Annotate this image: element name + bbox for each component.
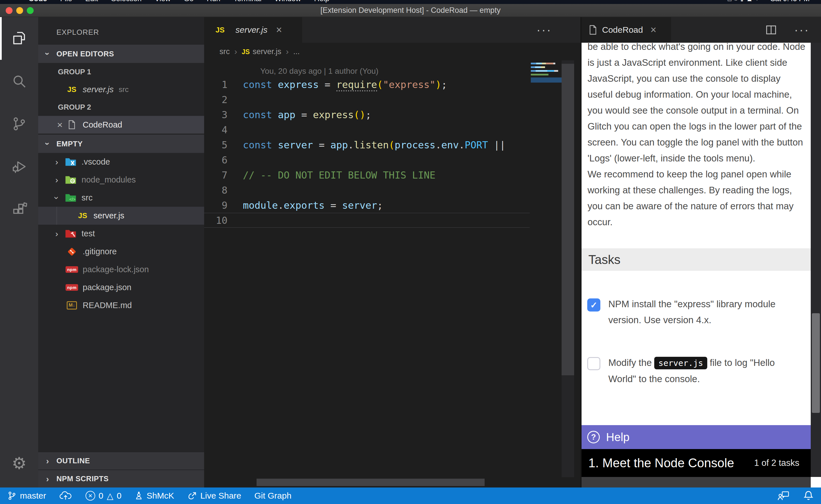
status-cloud-upload[interactable] <box>59 491 72 500</box>
sidebar-title: EXPLORER <box>56 28 204 37</box>
code-editor[interactable]: You, 20 days ago | 1 author (You) 1const… <box>204 60 580 477</box>
menu-window[interactable]: Window <box>275 0 301 4</box>
window-title: [Extension Development Host] - CodeRoad … <box>0 4 821 17</box>
open-editors-label: OPEN EDITORS <box>56 50 114 58</box>
task-checkbox-unchecked[interactable] <box>587 357 600 370</box>
menu-file[interactable]: File <box>60 0 72 4</box>
status-shmck[interactable]: ShMcK <box>134 491 174 501</box>
code-line-1[interactable]: 1const express = require("express"); <box>204 77 530 92</box>
task-checkbox-checked[interactable]: ✓ <box>587 298 600 312</box>
menu-run[interactable]: Run <box>207 0 221 4</box>
code-line-8[interactable]: 8 <box>204 183 530 198</box>
menu-edit[interactable]: Edit <box>85 0 98 4</box>
open-editor-server.js[interactable]: JSserver.jssrc <box>38 81 204 98</box>
tasks-header: Tasks <box>581 248 811 271</box>
close-tab-icon[interactable]: × <box>276 24 282 36</box>
tree-item-node_modules[interactable]: ›JSnode_modules <box>38 171 204 189</box>
tree-item-package-lock.json[interactable]: npmpackage-lock.json <box>38 261 204 278</box>
code-line-5[interactable]: 5const server = app.listen(process.env.P… <box>204 137 530 152</box>
status-master[interactable]: master <box>7 491 46 501</box>
open-editors-header[interactable]: › OPEN EDITORS <box>38 45 204 63</box>
chevron-right-icon: › <box>44 457 51 465</box>
tree-item-README.md[interactable]: M↓README.md <box>38 296 204 314</box>
code-line-3[interactable]: 3const app = express(); <box>204 107 530 122</box>
breadcrumb[interactable]: src›JSserver.js›... <box>204 43 580 60</box>
folder-section-header[interactable]: › EMPTY <box>38 135 204 153</box>
tree-item-package.json[interactable]: npmpackage.json <box>38 278 204 296</box>
tree-item-server.js[interactable]: JSserver.js <box>38 207 204 225</box>
section-outline[interactable]: ›OUTLINE <box>38 452 204 470</box>
code-line-6[interactable]: 6 <box>204 152 530 167</box>
scrollbar-corner <box>811 477 821 487</box>
source-control-icon[interactable] <box>0 103 38 145</box>
help-section-header[interactable]: ? Help <box>581 425 811 449</box>
status-bell[interactable] <box>803 490 814 501</box>
tab-server-js[interactable]: JS server.js × <box>204 17 302 43</box>
line-number: 5 <box>204 139 243 151</box>
editor-vertical-scrollbar[interactable] <box>561 60 574 477</box>
lesson-paragraph: be able to check what's going on in your… <box>587 43 807 166</box>
run-debug-icon[interactable] <box>0 145 38 188</box>
tree-item-.gitignore[interactable]: .gitignore <box>38 243 204 261</box>
code-line-2[interactable]: 2 <box>204 92 530 107</box>
status-feedback[interactable] <box>777 491 790 501</box>
svg-text:JS: JS <box>71 180 74 183</box>
menu-code[interactable]: Code <box>28 0 47 4</box>
markdown-file-icon: M↓ <box>66 301 78 310</box>
task-progress: 1 of 2 tasks <box>754 458 799 468</box>
code-line-7[interactable]: 7// -- DO NOT EDIT BELOW THIS LINE <box>204 167 530 183</box>
webview-scrollbar[interactable] <box>811 43 821 477</box>
js-file-icon: JS <box>66 85 78 94</box>
file-icon <box>589 25 597 35</box>
close-editor-icon[interactable]: × <box>54 119 66 130</box>
code-line-4[interactable]: 4 <box>204 122 530 137</box>
menu-help[interactable]: Help <box>314 0 329 4</box>
tab-coderoad[interactable]: CodeRoad × <box>581 17 671 43</box>
editor-group-label: GROUP 1 <box>38 63 204 81</box>
code-line-10[interactable]: 10 <box>204 213 530 228</box>
lesson-footer: 1. Meet the Node Console 1 of 2 tasks <box>581 449 811 477</box>
extensions-icon[interactable] <box>0 188 38 231</box>
status-live-share[interactable]: Live Share <box>187 491 241 501</box>
tree-item-test[interactable]: ›test <box>38 225 204 243</box>
file-icon <box>66 120 78 129</box>
menu-terminal[interactable]: Terminal <box>234 0 262 4</box>
svg-text:</>: </> <box>69 197 75 202</box>
cloud-upload-icon <box>59 491 72 500</box>
menu-go[interactable]: Go <box>184 0 194 4</box>
folder-section-label: EMPTY <box>56 140 83 148</box>
breadcrumb-item[interactable]: src <box>220 47 230 56</box>
minimap-viewport[interactable] <box>531 77 561 83</box>
settings-gear-icon[interactable]: ⚙ <box>0 448 38 479</box>
breadcrumb-item[interactable]: ... <box>293 47 300 56</box>
problems-status[interactable]: ×0△0 <box>85 491 121 501</box>
tree-item-.vscode[interactable]: ›.vscode <box>38 153 204 171</box>
open-editor-CodeRoad[interactable]: ×CodeRoad <box>38 116 204 134</box>
close-tab-icon[interactable]: × <box>650 24 656 36</box>
menubar-status-icons: ⌸ ⌾ ⇪ ▲ ⌖ <box>728 0 759 4</box>
breadcrumb-item[interactable]: JSserver.js <box>242 47 281 56</box>
editor-name: CodeRoad <box>83 120 122 130</box>
editor-actions-ellipsis[interactable]: ··· <box>536 17 552 43</box>
window-title-bar: [Extension Development Host] - CodeRoad … <box>0 4 821 17</box>
split-editor-icon[interactable] <box>765 24 777 36</box>
section-npm-scripts[interactable]: ›NPM SCRIPTS <box>38 470 204 487</box>
editor-horizontal-scrollbar[interactable] <box>204 477 568 487</box>
explorer-icon[interactable] <box>0 17 38 60</box>
warnings-icon: △ <box>107 491 113 501</box>
js-file-icon: JS <box>76 211 89 220</box>
vscode-folder-icon <box>64 157 77 167</box>
status-bar: master×0△0ShMcKLive ShareGit Graph <box>0 487 821 504</box>
menu-view[interactable]: View <box>155 0 171 4</box>
search-icon[interactable] <box>0 60 38 103</box>
line-number: 10 <box>204 215 243 226</box>
panel-more-actions-icon[interactable]: ··· <box>794 23 810 37</box>
status-git-graph[interactable]: Git Graph <box>254 491 291 501</box>
code-line-9[interactable]: 9module.exports = server; <box>204 198 530 213</box>
lesson-title: 1. Meet the Node Console <box>588 456 734 470</box>
error-count: 0 <box>99 491 103 501</box>
minimap[interactable] <box>531 63 561 83</box>
chevron-right-icon: › <box>53 230 60 238</box>
tree-item-src[interactable]: ›</>src <box>38 189 204 207</box>
menu-selection[interactable]: Selection <box>111 0 142 4</box>
